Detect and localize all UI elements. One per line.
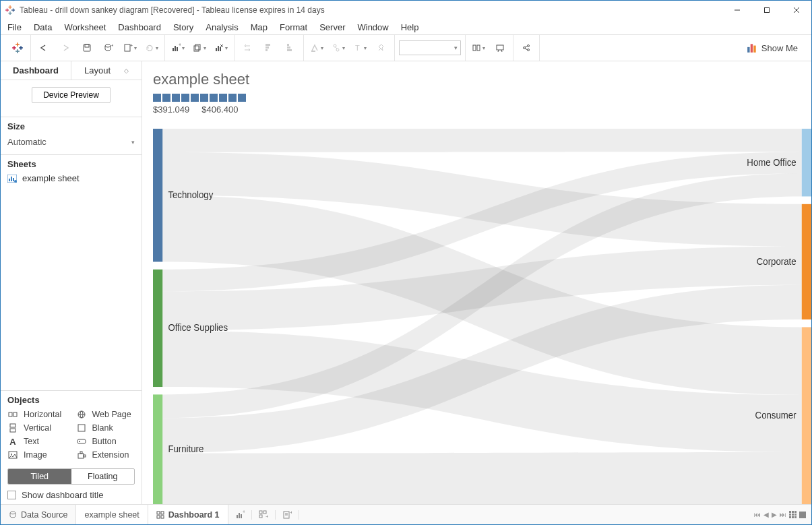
floating-option[interactable]: Floating: [71, 469, 135, 484]
new-worksheet-icon: +: [235, 510, 245, 520]
show-sheet-icon[interactable]: [799, 512, 806, 518]
vertical-icon: [7, 423, 18, 433]
undo-button[interactable]: [35, 39, 53, 57]
svg-text:Technology: Technology: [168, 189, 213, 201]
save-button[interactable]: [78, 39, 96, 57]
svg-rect-74: [77, 439, 86, 443]
show-title-checkbox[interactable]: Show dashboard title: [7, 490, 135, 500]
tab-layout[interactable]: Layout◇: [71, 61, 142, 80]
menu-map[interactable]: Map: [251, 22, 268, 32]
fit-dropdown[interactable]: ▾: [399, 40, 461, 55]
minimize-button[interactable]: [722, 1, 752, 20]
object-vertical[interactable]: Vertical: [7, 423, 67, 433]
highlight-dropdown[interactable]: [308, 39, 325, 57]
tableau-icon[interactable]: [9, 39, 26, 57]
button-icon: [76, 436, 87, 447]
svg-rect-102: [259, 511, 262, 514]
svg-point-77: [11, 454, 12, 455]
svg-rect-60: [753, 46, 755, 53]
sankey-chart[interactable]: TechnologyOffice SuppliesFurnitureHome O…: [153, 129, 811, 504]
new-story-tab[interactable]: +: [276, 510, 299, 520]
tableau-logo-icon: [5, 5, 15, 16]
show-cards-dropdown[interactable]: [470, 39, 487, 57]
legend-max: $406.400: [201, 104, 238, 115]
labels-dropdown[interactable]: T: [351, 39, 369, 57]
menu-data[interactable]: Data: [34, 22, 52, 32]
svg-rect-40: [287, 44, 289, 46]
extension-icon: [76, 450, 87, 460]
presentation-button[interactable]: [491, 39, 509, 57]
svg-rect-26: [173, 48, 174, 51]
worksheet-icon: [7, 175, 17, 183]
show-title-label: Show dashboard title: [22, 490, 103, 500]
svg-rect-59: [751, 44, 753, 53]
svg-rect-62: [9, 179, 10, 181]
object-text[interactable]: AText: [7, 436, 67, 447]
redo-button[interactable]: [57, 39, 74, 57]
object-horizontal[interactable]: Horizontal: [7, 409, 67, 420]
tab-dashboard-1[interactable]: Dashboard 1: [148, 505, 228, 524]
object-image[interactable]: Image: [7, 450, 67, 460]
svg-point-45: [336, 49, 339, 51]
menu-format[interactable]: Format: [280, 22, 307, 32]
menu-worksheet[interactable]: Worksheet: [64, 22, 106, 32]
tile-float-toggle[interactable]: Tiled Floating: [7, 468, 135, 485]
new-data-button[interactable]: +: [100, 39, 117, 57]
object-blank[interactable]: Blank: [76, 423, 135, 433]
tab-example-sheet[interactable]: example sheet: [76, 505, 148, 524]
svg-rect-87: [802, 129, 811, 196]
new-sheet-dropdown[interactable]: +: [169, 39, 187, 57]
menu-dashboard[interactable]: Dashboard: [118, 22, 161, 32]
sort-desc-button[interactable]: [282, 39, 299, 57]
duplicate-sheet-dropdown[interactable]: [191, 39, 208, 57]
object-button[interactable]: Button: [76, 436, 135, 447]
show-me-button[interactable]: Show Me: [737, 42, 807, 53]
svg-rect-31: [195, 44, 200, 50]
device-preview-button[interactable]: Device Preview: [32, 87, 111, 103]
pin-button[interactable]: [373, 39, 390, 57]
size-dropdown[interactable]: Automatic▾: [7, 135, 135, 149]
object-webpage[interactable]: Web Page: [76, 409, 135, 420]
svg-rect-96: [157, 516, 160, 518]
menu-story[interactable]: Story: [173, 22, 193, 32]
menu-window[interactable]: Window: [357, 22, 388, 32]
menu-help[interactable]: Help: [401, 22, 419, 32]
svg-text:+: +: [179, 43, 181, 47]
image-icon: [7, 450, 18, 460]
tab-dashboard[interactable]: Dashboard: [1, 61, 71, 80]
svg-point-75: [79, 441, 80, 442]
svg-rect-97: [161, 516, 164, 518]
new-worksheet-dropdown[interactable]: +: [121, 39, 139, 57]
sheet-pager[interactable]: ⏮◀▶⏭: [749, 511, 811, 518]
clear-sheet-dropdown[interactable]: [212, 39, 230, 57]
menu-file[interactable]: File: [7, 22, 22, 32]
tiled-option[interactable]: Tiled: [8, 469, 71, 484]
new-worksheet-tab[interactable]: +: [228, 510, 252, 520]
group-dropdown[interactable]: [330, 39, 347, 57]
new-dashboard-tab[interactable]: +: [252, 510, 276, 520]
tab-data-source[interactable]: Data Source: [1, 505, 76, 524]
svg-rect-67: [13, 412, 17, 416]
refresh-dropdown[interactable]: [143, 39, 160, 57]
size-label: Size: [1, 117, 142, 133]
color-legend[interactable]: [153, 94, 801, 102]
sheet-item-example[interactable]: example sheet: [1, 171, 142, 186]
svg-rect-33: [218, 46, 219, 51]
new-story-icon: +: [282, 510, 292, 520]
dashboard-canvas[interactable]: example sheet $391.049 $406.400 Technolo…: [142, 61, 811, 504]
object-extension[interactable]: Extension: [76, 450, 135, 460]
menu-analysis[interactable]: Analysis: [206, 22, 238, 32]
objects-label: Objects: [7, 395, 135, 405]
svg-rect-94: [157, 512, 160, 514]
filmstrip-icon[interactable]: [789, 511, 797, 518]
swap-axes-button[interactable]: [239, 39, 256, 57]
svg-rect-99: [239, 513, 240, 518]
sort-asc-button[interactable]: [260, 39, 278, 57]
menubar: File Data Worksheet Dashboard Story Anal…: [1, 20, 811, 34]
toolbar: + + + T ▾ Show Me: [1, 34, 811, 61]
menu-server[interactable]: Server: [319, 22, 345, 32]
close-button[interactable]: [782, 1, 811, 20]
share-button[interactable]: [518, 39, 535, 57]
maximize-button[interactable]: [752, 1, 782, 20]
svg-rect-64: [13, 178, 14, 181]
